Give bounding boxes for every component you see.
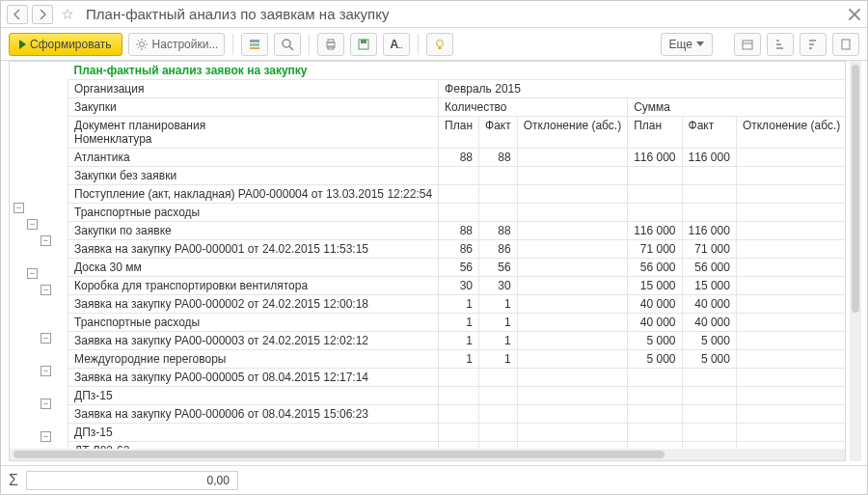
help-button[interactable] [426, 33, 453, 56]
row-label: Транспортные расходы [68, 204, 439, 222]
printer-icon [324, 38, 338, 51]
tree-toggle[interactable]: − [27, 219, 38, 230]
row-value [628, 167, 682, 185]
row-value [439, 442, 479, 450]
sum-field[interactable]: 0,00 [26, 471, 238, 490]
tree-toggle[interactable]: − [41, 235, 51, 246]
table-row[interactable]: Заявка на закупку РА00-000002 от 24.02.2… [68, 295, 846, 314]
run-report-button[interactable]: Сформировать [9, 33, 122, 56]
svg-rect-2 [250, 43, 259, 46]
tree-toggle[interactable]: − [41, 399, 51, 409]
settings-button[interactable]: Настройки... [128, 33, 226, 56]
row-value [628, 424, 682, 442]
row-value [736, 424, 845, 442]
row-value: 15 000 [628, 277, 682, 295]
tree-toggle[interactable]: − [41, 285, 51, 295]
tree-toggle[interactable]: − [41, 431, 51, 442]
separator [309, 34, 310, 55]
report-scroll[interactable]: − − − − − − − − − − План-фактный анализ … [10, 62, 845, 449]
nav-forward-button[interactable] [32, 5, 53, 24]
report-title: План-фактный анализ заявок на закупку [68, 62, 846, 80]
close-button[interactable] [848, 8, 861, 21]
variants-button[interactable] [241, 33, 268, 56]
table-row[interactable]: Закупки без заявки [68, 167, 846, 185]
more-actions-button[interactable]: Еще [661, 33, 713, 56]
row-value [682, 185, 736, 204]
expand-button[interactable] [800, 33, 827, 56]
tree-collapse-icon [773, 38, 787, 51]
row-value: 56 000 [682, 259, 736, 277]
row-value [517, 387, 627, 405]
table-row[interactable]: ДПз-15 [68, 387, 846, 405]
svg-point-4 [283, 40, 290, 47]
header-docplan: Документ планирования Номенклатура [68, 117, 439, 149]
row-value: 56 000 [628, 259, 682, 277]
row-value [736, 442, 845, 450]
calendar-icon [741, 38, 754, 51]
row-value: 116 000 [682, 222, 736, 240]
tree-toggle[interactable]: − [41, 366, 51, 376]
table-row[interactable]: Поступление (акт, накладная) РА00-000004… [68, 185, 846, 204]
find-button[interactable] [274, 33, 301, 56]
row-value [736, 167, 845, 185]
table-row[interactable]: Транспортные расходы1140 00040 000 [68, 314, 846, 332]
row-value: 5 000 [628, 350, 682, 369]
table-row[interactable]: ДПз-15 [68, 424, 846, 442]
row-label: Междугородние переговоры [68, 350, 439, 369]
tree-toggle[interactable]: − [14, 203, 24, 213]
row-value [439, 405, 479, 424]
svg-point-0 [139, 41, 144, 46]
favorite-star-button[interactable] [57, 5, 78, 24]
table-row[interactable]: Атлантика8888116 000116 000 [68, 149, 846, 167]
row-value [517, 185, 627, 204]
run-report-label: Сформировать [30, 38, 112, 51]
header-sfact: Факт [682, 117, 736, 149]
row-value [479, 405, 518, 424]
format-text-button[interactable]: A.. [383, 33, 409, 56]
row-value [736, 240, 845, 259]
period-button[interactable] [734, 33, 761, 56]
row-label: ДПз-15 [68, 424, 439, 442]
table-row[interactable]: Закупки по заявке8888116 000116 000 [68, 222, 846, 240]
horizontal-scrollbar[interactable] [10, 449, 845, 460]
row-value: 116 000 [628, 149, 682, 167]
row-value [439, 424, 479, 442]
collapse-button[interactable] [767, 33, 794, 56]
table-row[interactable]: ДТ Л02-62 [68, 442, 846, 450]
page-title: План-фактный анализ по заявкам на закупк… [82, 6, 844, 22]
nav-back-button[interactable] [7, 5, 28, 24]
chevron-down-icon [696, 41, 704, 46]
tree-toggle[interactable]: − [27, 268, 38, 279]
row-value: 5 000 [628, 332, 682, 350]
row-value [736, 259, 845, 277]
row-value [439, 369, 479, 387]
table-row[interactable]: Транспортные расходы [68, 204, 846, 222]
page-setup-button[interactable] [832, 33, 859, 56]
vertical-scrollbar[interactable] [850, 61, 861, 461]
table-row[interactable]: Заявка на закупку РА00-000005 от 08.04.2… [68, 369, 846, 387]
header-qplan: План [439, 117, 479, 149]
row-value: 56 [479, 259, 518, 277]
row-value [517, 424, 627, 442]
tree-toggle[interactable]: − [41, 333, 51, 344]
row-value: 86 [439, 240, 479, 259]
row-value [682, 424, 736, 442]
row-value [736, 204, 845, 222]
row-value [628, 405, 682, 424]
row-label: ДПз-15 [68, 387, 439, 405]
table-row[interactable]: Доска 30 мм565656 00056 000 [68, 259, 846, 277]
row-value [479, 369, 518, 387]
row-value [682, 167, 736, 185]
header-org: Организация [68, 80, 439, 98]
row-label: Закупки без заявки [68, 167, 439, 185]
row-value: 40 000 [628, 314, 682, 332]
table-row[interactable]: Коробка для транспортировки вентилятора3… [68, 277, 846, 295]
row-value: 30 [479, 277, 518, 295]
table-row[interactable]: Заявка на закупку РА00-000001 от 24.02.2… [68, 240, 846, 259]
save-button[interactable] [350, 33, 377, 56]
print-button[interactable] [317, 33, 344, 56]
table-row[interactable]: Заявка на закупку РА00-000006 от 08.04.2… [68, 405, 846, 424]
svg-rect-3 [250, 47, 259, 49]
table-row[interactable]: Междугородние переговоры115 0005 000 [68, 350, 846, 369]
table-row[interactable]: Заявка на закупку РА00-000003 от 24.02.2… [68, 332, 846, 350]
